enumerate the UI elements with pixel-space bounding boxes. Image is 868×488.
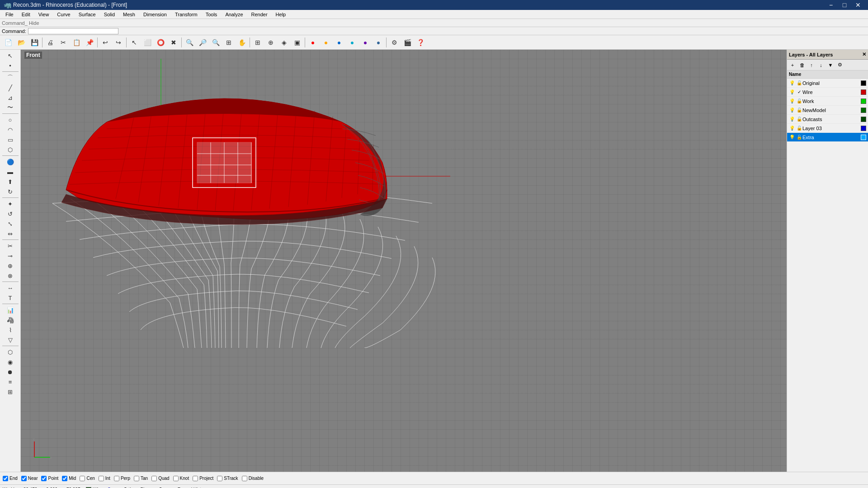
layers-settings-btn[interactable]: ⚙ [835, 61, 844, 70]
layer-original-visible[interactable]: 💡 [789, 80, 795, 86]
lt-analysis-btn[interactable]: 📊 [1, 305, 19, 315]
menu-dimension[interactable]: Dimension [140, 11, 170, 18]
lt-soft-btn[interactable]: ◉ [1, 357, 19, 367]
lt-trim-btn[interactable]: ✂ [1, 241, 19, 251]
snap-tan-checkbox[interactable] [134, 476, 139, 481]
lt-arc-btn[interactable]: ◠ [1, 125, 19, 135]
snap-strack[interactable]: STrack [217, 476, 238, 481]
lt-join-btn[interactable]: ⊕ [1, 261, 19, 271]
layer-wire[interactable]: 💡 ✓ Wire [787, 88, 868, 97]
lt-polygon-btn[interactable]: ⬡ [1, 145, 19, 155]
snap-cen[interactable]: Cen [80, 476, 94, 481]
layer-wire-visible[interactable]: 💡 [789, 89, 795, 95]
menu-mesh[interactable]: Mesh [119, 11, 139, 18]
layer-extra[interactable]: 💡 🔓 Extra [787, 133, 868, 142]
lt-rect-btn[interactable]: ▭ [1, 135, 19, 145]
tb-pan[interactable]: ✋ [236, 36, 248, 49]
menu-analyze[interactable]: Analyze [222, 11, 246, 18]
layer-newmodel-lock[interactable]: 🔓 [796, 107, 802, 113]
layer-03[interactable]: 💡 🔓 Layer 03 [787, 124, 868, 133]
lt-boolean-btn[interactable]: ⊗ [1, 271, 19, 281]
lt-dim-btn[interactable]: ↔ [1, 283, 19, 293]
tb-shading2[interactable]: ● [320, 36, 332, 49]
snap-quad[interactable]: Quad [151, 476, 169, 481]
layers-filter-btn[interactable]: ▼ [826, 61, 835, 70]
layer-outcasts-lock[interactable]: 🔓 [796, 116, 802, 122]
layer-extra-lock[interactable]: 🔓 [796, 134, 802, 141]
menu-file[interactable]: File [2, 11, 17, 18]
snap-disable[interactable]: Disable [242, 476, 264, 481]
menu-render[interactable]: Render [248, 11, 271, 18]
layer-newmodel[interactable]: 💡 🔓 NewModel [787, 106, 868, 115]
snap-point[interactable]: Point [41, 476, 58, 481]
snap-near-checkbox[interactable] [21, 476, 27, 481]
tb-snap[interactable]: ◈ [278, 36, 290, 49]
tb-lasso[interactable]: ⭕ [154, 36, 167, 49]
menu-help[interactable]: Help [272, 11, 290, 18]
tb-undo[interactable]: ↩ [99, 36, 112, 49]
layer-work-visible[interactable]: 💡 [789, 98, 795, 104]
snap-project-checkbox[interactable] [193, 476, 198, 481]
layer-03-visible[interactable]: 💡 [789, 125, 795, 131]
lt-cage-btn[interactable]: ⬡ [1, 347, 19, 357]
lt-point-btn[interactable]: • [1, 61, 19, 70]
layer-newmodel-color[interactable] [861, 108, 866, 113]
tb-shading4[interactable]: ● [346, 36, 359, 49]
lt-text-btn[interactable]: T [1, 293, 19, 303]
tb-zoom-extent[interactable]: ⊞ [222, 36, 235, 49]
lt-select-btn[interactable]: ↖ [1, 51, 19, 61]
layers-new-btn[interactable]: + [788, 61, 797, 70]
tb-shading3[interactable]: ● [333, 36, 345, 49]
layer-03-color[interactable] [861, 126, 866, 131]
tb-point-filter[interactable]: ▣ [291, 36, 303, 49]
tb-render[interactable]: 🎬 [401, 36, 414, 49]
tb-print[interactable]: 🖨 [44, 36, 57, 49]
tb-copy[interactable]: 📋 [70, 36, 83, 49]
snap-end[interactable]: End [3, 476, 18, 481]
tb-zoom-out[interactable]: 🔍 [209, 36, 222, 49]
tb-grid[interactable]: ⊞ [251, 36, 264, 49]
tb-deselect[interactable]: ✖ [167, 36, 180, 49]
tb-redo[interactable]: ↪ [112, 36, 125, 49]
tb-zoom-window[interactable]: 🔍 [183, 36, 196, 49]
layer-original-color[interactable] [861, 80, 866, 86]
lt-split-btn[interactable]: ⊸ [1, 251, 19, 261]
tb-paste[interactable]: 📌 [83, 36, 96, 49]
layer-outcasts-visible[interactable]: 💡 [789, 116, 795, 122]
snap-int-checkbox[interactable] [99, 476, 104, 481]
lt-draft-btn[interactable]: ▽ [1, 335, 19, 345]
tb-shading5[interactable]: ● [359, 36, 372, 49]
lt-plane-btn[interactable]: ▬ [1, 167, 19, 177]
snap-int[interactable]: Int [99, 476, 110, 481]
command-input[interactable] [28, 28, 118, 34]
tb-shading1[interactable]: ● [307, 36, 319, 49]
tb-cut[interactable]: ✂ [57, 36, 70, 49]
lt-zebra-btn[interactable]: 🦓 [1, 315, 19, 325]
lt-layers-btn[interactable]: ≡ [1, 377, 19, 387]
layer-work-color[interactable] [861, 99, 866, 104]
snap-strack-checkbox[interactable] [217, 476, 222, 481]
lt-grid-btn[interactable]: ⊞ [1, 387, 19, 397]
snap-cen-checkbox[interactable] [80, 476, 85, 481]
snap-point-checkbox[interactable] [41, 476, 47, 481]
lt-move-btn[interactable]: ✦ [1, 199, 19, 209]
menu-transform[interactable]: Transform [171, 11, 201, 18]
snap-end-checkbox[interactable] [3, 476, 8, 481]
lt-record-btn[interactable]: ⏺ [1, 367, 19, 377]
viewport-front[interactable]: Front [21, 50, 787, 472]
lt-curve-btn[interactable]: ⌒ [1, 73, 19, 83]
tb-save[interactable]: 💾 [28, 36, 41, 49]
layers-up-btn[interactable]: ↑ [807, 61, 816, 70]
lt-revolve-btn[interactable]: ↻ [1, 187, 19, 197]
lt-freeform-btn[interactable]: 〜 [1, 103, 19, 113]
lt-mirror-btn[interactable]: ⇔ [1, 229, 19, 239]
snap-perp[interactable]: Perp [114, 476, 130, 481]
menu-surface[interactable]: Surface [75, 11, 99, 18]
layers-down-btn[interactable]: ↓ [816, 61, 826, 70]
menu-view[interactable]: View [35, 11, 53, 18]
tb-render-settings[interactable]: ⚙ [388, 36, 401, 49]
snap-project[interactable]: Project [193, 476, 213, 481]
lt-polyline-btn[interactable]: ⊿ [1, 93, 19, 103]
menu-edit[interactable]: Edit [18, 11, 34, 18]
lt-curvature-btn[interactable]: ⌇ [1, 325, 19, 335]
